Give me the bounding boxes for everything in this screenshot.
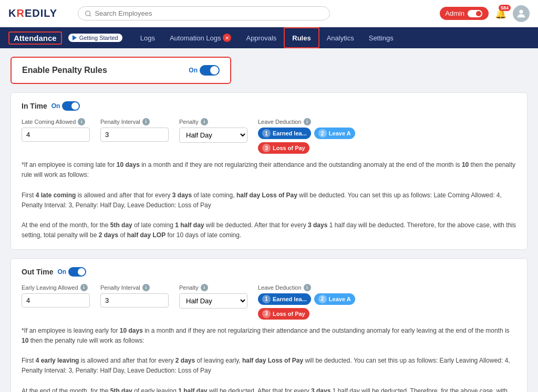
in-tag-3[interactable]: 3 Loss of Pay: [258, 142, 309, 154]
nav-automation-logs[interactable]: Automation Logs ✕: [162, 27, 239, 48]
in-leave-deduction-group: Leave Deduction i 1 Earned lea... 2 Leav…: [258, 118, 374, 154]
info-icon-out-interval: i: [142, 284, 150, 291]
in-penalty-field: Penalty i Half Day Full Day: [179, 118, 247, 143]
in-time-header: In Time On: [22, 101, 516, 111]
late-coming-field: Late Coming Allowed i: [22, 118, 90, 142]
late-coming-input[interactable]: [22, 128, 90, 142]
admin-label: Admin: [445, 9, 464, 17]
in-tag-1[interactable]: 1 Earned lea...: [258, 128, 311, 139]
out-leave-tags: 1 Earned lea... 2 Leave A 3 Loss of Pay: [258, 293, 374, 320]
out-penalty-select[interactable]: Half Day Full Day: [179, 293, 247, 309]
nav-settings[interactable]: Settings: [361, 27, 401, 48]
out-time-title: Out Time: [22, 268, 53, 276]
in-penalty-select[interactable]: Half Day Full Day: [179, 128, 247, 143]
svg-line-1: [89, 15, 90, 16]
svg-point-2: [519, 9, 523, 13]
search-icon: [85, 10, 91, 17]
out-tag-1[interactable]: 1 Earned lea...: [258, 293, 311, 305]
nav-rules[interactable]: Rules: [284, 27, 319, 48]
nav-approvals[interactable]: Approvals: [239, 27, 284, 48]
notification-badge: 584: [499, 5, 511, 11]
in-time-toggle-label: On: [51, 102, 60, 110]
out-time-toggle-container[interactable]: On: [57, 267, 86, 277]
in-penalty-label: Penalty i: [179, 118, 247, 125]
nav-links: Logs Automation Logs ✕ Approvals Rules A…: [133, 27, 401, 48]
avatar[interactable]: [513, 5, 530, 22]
in-leave-deduction-label: Leave Deduction i: [258, 118, 374, 125]
penalty-title: Enable Penalty Rules: [22, 66, 107, 75]
in-tag-2[interactable]: 2 Leave A: [314, 128, 355, 139]
late-coming-label: Late Coming Allowed i: [22, 118, 90, 125]
out-leave-deduction-label: Leave Deduction i: [258, 284, 374, 291]
out-penalty-interval-field: Penalty Interval i: [100, 284, 169, 308]
svg-point-0: [86, 10, 90, 15]
out-tag-3[interactable]: 3 Loss of Pay: [258, 308, 309, 320]
logo: KREDILY: [8, 7, 71, 19]
search-input[interactable]: [95, 9, 323, 17]
out-penalty-field: Penalty i Half Day Full Day: [179, 284, 247, 309]
info-icon-out-penalty: i: [201, 284, 208, 291]
penalty-toggle-container[interactable]: On: [189, 65, 220, 76]
in-penalty-interval-label: Penalty Interval i: [100, 118, 169, 125]
main-content: Enable Penalty Rules On In Time On Late …: [0, 48, 538, 392]
in-time-title: In Time: [22, 102, 47, 110]
enable-penalty-card: Enable Penalty Rules On: [11, 57, 231, 84]
in-penalty-interval-field: Penalty Interval i: [100, 118, 169, 142]
in-penalty-interval-input[interactable]: [100, 128, 169, 142]
out-penalty-label: Penalty i: [179, 284, 247, 291]
early-leaving-label: Early Leaving Allowed i: [22, 284, 90, 291]
out-tag-2[interactable]: 2 Leave A: [314, 293, 355, 305]
section-title: Attendance: [8, 31, 62, 45]
out-time-fields: Early Leaving Allowed i Penalty Interval…: [22, 284, 516, 320]
out-penalty-interval-input[interactable]: [100, 293, 169, 308]
close-icon[interactable]: ✕: [223, 34, 231, 42]
info-icon-interval: i: [142, 118, 150, 125]
getting-started-button[interactable]: Getting Started: [68, 34, 122, 42]
info-icon-out-leave: i: [304, 284, 311, 291]
nav-bar: Attendance Getting Started Logs Automati…: [0, 27, 538, 48]
in-time-toggle-container[interactable]: On: [51, 101, 80, 111]
out-time-toggle[interactable]: [68, 267, 86, 277]
play-icon: [73, 35, 77, 40]
penalty-toggle[interactable]: [200, 65, 220, 76]
in-time-toggle[interactable]: [62, 101, 80, 111]
admin-toggle[interactable]: [468, 10, 482, 17]
info-icon-early-leaving: i: [80, 284, 88, 291]
out-penalty-interval-label: Penalty Interval i: [100, 284, 169, 291]
in-leave-tags: 1 Earned lea... 2 Leave A 3 Loss of Pay: [258, 128, 374, 154]
in-time-description: *If an employee is coming late for 10 da…: [22, 160, 516, 241]
out-time-description: *If an employee is leaving early for 10 …: [22, 326, 516, 393]
admin-button[interactable]: Admin: [440, 7, 489, 20]
nav-logs[interactable]: Logs: [133, 27, 162, 48]
out-leave-deduction-group: Leave Deduction i 1 Earned lea... 2 Leav…: [258, 284, 374, 320]
in-time-fields: Late Coming Allowed i Penalty Interval i…: [22, 118, 516, 154]
in-time-section: In Time On Late Coming Allowed i Penalty…: [11, 92, 527, 250]
out-time-header: Out Time On: [22, 267, 516, 277]
search-bar[interactable]: [78, 6, 330, 20]
early-leaving-field: Early Leaving Allowed i: [22, 284, 90, 308]
top-right-controls: Admin 🔔 584: [440, 5, 530, 22]
out-time-section: Out Time On Early Leaving Allowed i Pena…: [11, 258, 527, 393]
info-icon-late-coming: i: [78, 118, 85, 125]
info-icon-leave: i: [304, 118, 311, 125]
info-icon-penalty: i: [201, 118, 208, 125]
early-leaving-input[interactable]: [22, 293, 90, 308]
notification-button[interactable]: 🔔 584: [495, 8, 506, 19]
out-time-toggle-label: On: [57, 268, 66, 276]
nav-analytics[interactable]: Analytics: [319, 27, 361, 48]
top-bar: KREDILY Admin 🔔 584: [0, 0, 538, 27]
penalty-toggle-label: On: [189, 67, 198, 74]
